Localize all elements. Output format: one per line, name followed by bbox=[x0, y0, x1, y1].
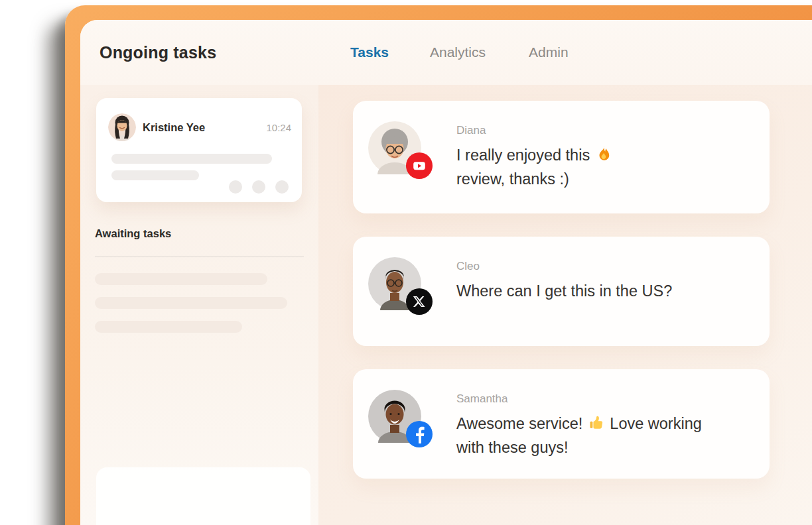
skeleton-line bbox=[95, 297, 287, 309]
tab-analytics[interactable]: Analytics bbox=[430, 44, 486, 60]
tab-bar: Tasks Analytics Admin bbox=[350, 20, 569, 85]
page-title: Ongoing tasks bbox=[100, 43, 216, 62]
avatar-with-badge bbox=[368, 257, 421, 310]
tab-tasks[interactable]: Tasks bbox=[350, 44, 389, 60]
woman-dark-hair-avatar bbox=[108, 113, 136, 141]
stage: Ongoing tasks Tasks Analytics Admin bbox=[0, 0, 812, 525]
sender-name: Samantha bbox=[456, 392, 702, 406]
message-content: Cleo Where can I get this in the US? bbox=[456, 260, 672, 303]
typing-dots bbox=[229, 180, 289, 194]
message-card-cleo[interactable]: Cleo Where can I get this in the US? bbox=[353, 237, 770, 346]
message-line: I really enjoyed this bbox=[456, 146, 590, 164]
message-content: Samantha Awesome service! Love working bbox=[456, 392, 702, 459]
message-card-diana[interactable]: Diana I really enjoyed this bbox=[353, 101, 770, 213]
content: Kristine Yee 10:24 Awaiting tasks bbox=[80, 85, 812, 525]
sender-name: Diana bbox=[456, 124, 613, 137]
x-badge-icon bbox=[406, 288, 433, 315]
fire-emoji bbox=[595, 145, 612, 162]
avatar-with-badge bbox=[368, 121, 421, 174]
dot bbox=[252, 180, 265, 194]
dot bbox=[275, 180, 289, 194]
skeleton-line bbox=[95, 321, 242, 333]
skeleton-line bbox=[111, 170, 199, 180]
awaiting-tasks-heading: Awaiting tasks bbox=[95, 227, 171, 240]
message-list: Diana I really enjoyed this bbox=[318, 85, 812, 525]
divider bbox=[95, 257, 304, 257]
message-line: review, thanks :) bbox=[456, 170, 569, 188]
sidebar: Kristine Yee 10:24 Awaiting tasks bbox=[80, 85, 318, 525]
facebook-badge-icon bbox=[406, 421, 433, 447]
message-line: Where can I get this in the US? bbox=[456, 282, 672, 300]
app-window: Ongoing tasks Tasks Analytics Admin bbox=[80, 20, 812, 525]
sidebar-bottom-panel bbox=[96, 467, 310, 525]
message-body: I really enjoyed this review, thanks :) bbox=[456, 143, 613, 191]
skeleton-line bbox=[95, 273, 267, 285]
message-card-samantha[interactable]: Samantha Awesome service! Love working bbox=[353, 369, 770, 479]
youtube-badge-icon bbox=[406, 152, 433, 179]
message-content: Diana I really enjoyed this bbox=[456, 124, 613, 191]
tab-admin[interactable]: Admin bbox=[529, 44, 569, 60]
task-contact-name: Kristine Yee bbox=[143, 121, 205, 134]
ongoing-task-card[interactable]: Kristine Yee 10:24 bbox=[96, 98, 302, 202]
window-frame: Ongoing tasks Tasks Analytics Admin bbox=[65, 5, 812, 525]
message-body: Where can I get this in the US? bbox=[456, 279, 672, 303]
thumbs-up-emoji bbox=[588, 414, 605, 431]
task-card-header: Kristine Yee 10:24 bbox=[108, 113, 291, 141]
message-body: Awesome service! Love working with th bbox=[456, 412, 702, 459]
message-line: Love working bbox=[610, 415, 701, 432]
header: Ongoing tasks Tasks Analytics Admin bbox=[80, 20, 812, 85]
message-line: with these guys! bbox=[456, 439, 569, 456]
dot bbox=[229, 180, 242, 194]
message-line: Awesome service! bbox=[456, 415, 582, 432]
skeleton-line bbox=[111, 154, 272, 164]
task-timestamp: 10:24 bbox=[266, 122, 291, 133]
sender-name: Cleo bbox=[456, 260, 672, 273]
avatar-with-badge bbox=[368, 390, 421, 443]
